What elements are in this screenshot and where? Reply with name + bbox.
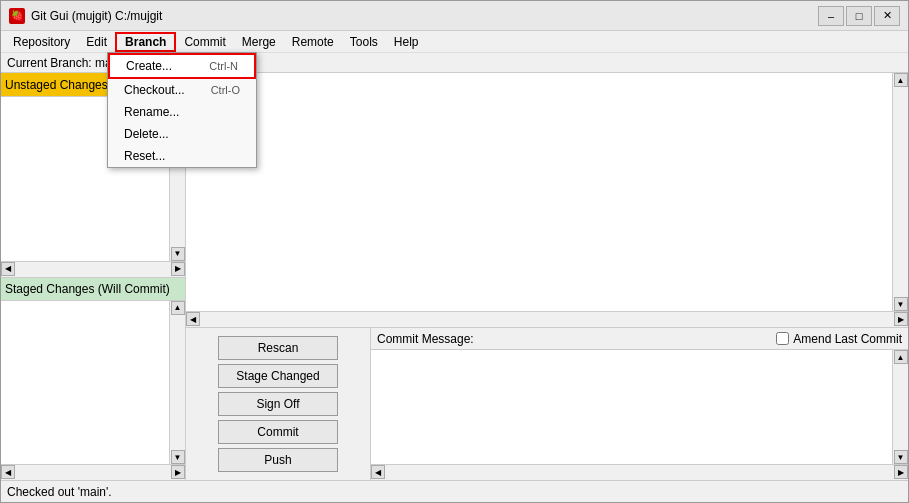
amend-label: Amend Last Commit: [793, 332, 902, 346]
unstaged-scroll-left[interactable]: ◀: [1, 262, 15, 276]
menu-branch[interactable]: Branch: [115, 32, 176, 52]
menu-remote[interactable]: Remote: [284, 32, 342, 52]
branch-dropdown-menu: Create... Ctrl-N Checkout... Ctrl-O Rena…: [107, 52, 257, 168]
staged-scroll-track[interactable]: [171, 315, 185, 451]
push-button[interactable]: Push: [218, 448, 338, 472]
amend-area: Amend Last Commit: [776, 332, 902, 346]
dropdown-reset[interactable]: Reset...: [108, 145, 256, 167]
staged-scroll-right[interactable]: ▶: [171, 465, 185, 479]
staged-vscrollbar[interactable]: ▲ ▼: [169, 301, 185, 465]
rescan-button[interactable]: Rescan: [218, 336, 338, 360]
unstaged-scroll-right[interactable]: ▶: [171, 262, 185, 276]
action-buttons: Rescan Stage Changed Sign Off Commit Pus…: [186, 328, 371, 480]
current-branch-label: Current Branch: main: [7, 56, 121, 70]
commit-hscrollbar[interactable]: ◀ ▶: [371, 464, 908, 480]
app-icon: 🍓: [9, 8, 25, 24]
title-bar: 🍓 Git Gui (mujgit) C:/mujgit – □ ✕: [1, 1, 908, 31]
unstaged-scroll-down[interactable]: ▼: [171, 247, 185, 261]
commit-area: Commit Message: Amend Last Commit ▲ ▼: [371, 328, 908, 480]
diff-vscrollbar[interactable]: ▲ ▼: [892, 73, 908, 311]
staged-list[interactable]: [1, 301, 169, 465]
staged-scroll-down[interactable]: ▼: [171, 450, 185, 464]
commit-header: Commit Message: Amend Last Commit: [371, 328, 908, 350]
stage-changed-button[interactable]: Stage Changed: [218, 364, 338, 388]
commit-scroll-down[interactable]: ▼: [894, 450, 908, 464]
diff-scroll-right[interactable]: ▶: [894, 312, 908, 326]
commit-scroll-track[interactable]: [894, 364, 908, 450]
main-window: 🍓 Git Gui (mujgit) C:/mujgit – □ ✕ Repos…: [0, 0, 909, 503]
menu-help[interactable]: Help: [386, 32, 427, 52]
bottom-section: Rescan Stage Changed Sign Off Commit Pus…: [186, 327, 908, 480]
menu-commit[interactable]: Commit: [176, 32, 233, 52]
close-button[interactable]: ✕: [874, 6, 900, 26]
staged-hscrollbar[interactable]: ◀ ▶: [1, 464, 185, 480]
commit-htrack[interactable]: [385, 465, 894, 480]
window-controls: – □ ✕: [818, 6, 900, 26]
commit-message-input[interactable]: [371, 350, 892, 464]
maximize-button[interactable]: □: [846, 6, 872, 26]
commit-vscrollbar[interactable]: ▲ ▼: [892, 350, 908, 464]
minimize-button[interactable]: –: [818, 6, 844, 26]
unstaged-htrack[interactable]: [15, 262, 171, 277]
staged-header: Staged Changes (Will Commit): [1, 277, 185, 301]
staged-content: ▲ ▼: [1, 301, 185, 465]
diff-container: ▲ ▼: [186, 73, 908, 311]
status-bar: Checked out 'main'.: [1, 480, 908, 502]
diff-scroll-up[interactable]: ▲: [894, 73, 908, 87]
commit-message-container: ▲ ▼: [371, 350, 908, 464]
dropdown-rename[interactable]: Rename...: [108, 101, 256, 123]
sign-off-button[interactable]: Sign Off: [218, 392, 338, 416]
menu-merge[interactable]: Merge: [234, 32, 284, 52]
diff-hscrollbar[interactable]: ◀ ▶: [186, 311, 908, 327]
dropdown-create[interactable]: Create... Ctrl-N: [108, 53, 256, 79]
diff-scroll-down[interactable]: ▼: [894, 297, 908, 311]
dropdown-delete[interactable]: Delete...: [108, 123, 256, 145]
diff-scroll-left[interactable]: ◀: [186, 312, 200, 326]
staged-htrack[interactable]: [15, 465, 171, 480]
unstaged-hscrollbar[interactable]: ◀ ▶: [1, 261, 185, 277]
menu-repository[interactable]: Repository: [5, 32, 78, 52]
staged-scroll-left[interactable]: ◀: [1, 465, 15, 479]
diff-htrack[interactable]: [200, 312, 894, 327]
commit-button[interactable]: Commit: [218, 420, 338, 444]
staged-scroll-up[interactable]: ▲: [171, 301, 185, 315]
commit-scroll-right[interactable]: ▶: [894, 465, 908, 479]
diff-area[interactable]: [186, 73, 892, 311]
amend-checkbox[interactable]: [776, 332, 789, 345]
menu-edit[interactable]: Edit: [78, 32, 115, 52]
status-text: Checked out 'main'.: [7, 485, 112, 499]
diff-scroll-track[interactable]: [894, 87, 908, 297]
commit-scroll-left[interactable]: ◀: [371, 465, 385, 479]
commit-message-label: Commit Message:: [377, 332, 474, 346]
staged-section: Staged Changes (Will Commit) ▲ ▼ ◀ ▶: [1, 277, 185, 481]
commit-scroll-up[interactable]: ▲: [894, 350, 908, 364]
window-title: Git Gui (mujgit) C:/mujgit: [31, 9, 818, 23]
right-panel: ▲ ▼ ◀ ▶ Rescan Stage Changed Sign Off Co…: [186, 73, 908, 480]
dropdown-checkout[interactable]: Checkout... Ctrl-O: [108, 79, 256, 101]
menu-bar: Repository Edit Branch Commit Merge Remo…: [1, 31, 908, 53]
menu-tools[interactable]: Tools: [342, 32, 386, 52]
